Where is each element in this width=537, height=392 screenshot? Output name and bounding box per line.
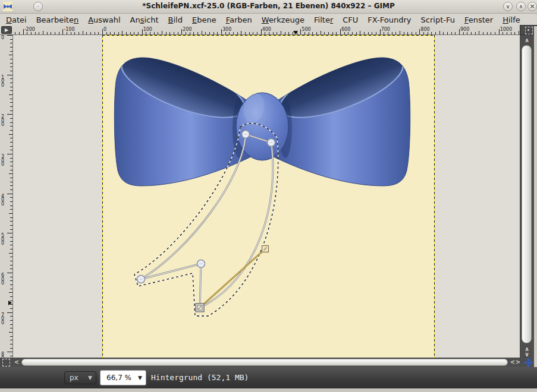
ruler-tick [487, 32, 488, 34]
minimize-button[interactable]: ∨ [503, 2, 513, 11]
menu-datei[interactable]: Datei [1, 14, 32, 26]
ruler-tick [10, 178, 12, 178]
menu-auswahl[interactable]: Auswahl [83, 14, 125, 26]
chevron-down-icon: ▼ [88, 372, 92, 384]
ruler-tick [10, 356, 12, 356]
ruler-tick [336, 32, 337, 34]
ruler-tick [273, 32, 274, 34]
status-message: Hintergrund (52,1 MB) [151, 367, 249, 388]
ruler-tick [71, 32, 71, 34]
menu-fx-foundry[interactable]: FX-Foundry [363, 14, 416, 26]
ruler-tick [416, 32, 416, 34]
ruler-tick [324, 32, 325, 34]
pointer-position-marker [8, 301, 12, 305]
ruler-tick [364, 32, 365, 34]
horizontal-ruler[interactable]: -200-10001002003004005006007008009001000 [13, 26, 520, 35]
ruler-tick [10, 99, 12, 99]
ruler-tick [10, 106, 12, 107]
titlebar[interactable]: · *SchleifePN.xcf-25.0 (RGB-Farben, 21 E… [0, 0, 537, 14]
ruler-tick [10, 166, 12, 166]
ruler-tick [10, 225, 12, 226]
menubar: DateiBearbeitenAuswahlAnsichtBildEbeneFa… [0, 14, 537, 26]
menu-ansicht[interactable]: Ansicht [125, 14, 164, 26]
menu-filter[interactable]: Filter [309, 14, 338, 26]
chevron-down-icon: ▼ [138, 371, 142, 385]
ruler-label: 1000 [500, 27, 512, 32]
dashed-square-icon [525, 27, 533, 34]
menu-bearbeiten[interactable]: Bearbeiten [32, 14, 83, 26]
ruler-tick [10, 185, 12, 186]
ruler-tick [10, 206, 12, 206]
ruler-tick [10, 268, 12, 269]
menu-arrow-button[interactable]: ▶ [1, 26, 12, 34]
ruler-tick [332, 32, 333, 34]
ruler-tick [503, 32, 503, 34]
ruler-tick [10, 340, 12, 340]
menu-ebene[interactable]: Ebene [187, 14, 221, 26]
ruler-tick [285, 32, 285, 34]
scroll-up-icon[interactable]: ∧ [523, 37, 530, 44]
ruler-tick [162, 31, 162, 34]
ruler-tick [471, 32, 472, 34]
scroll-left-icon[interactable]: < [13, 359, 20, 366]
vertical-ruler[interactable]: 01 0 02 0 03 0 04 0 05 0 06 0 07 0 08 0 … [0, 35, 13, 358]
move-cross-icon [524, 358, 533, 367]
ruler-tick [10, 261, 12, 261]
ruler-tick [10, 118, 12, 119]
canvas-viewport[interactable] [13, 35, 520, 358]
ruler-tick [10, 47, 12, 48]
ruler-tick [7, 233, 12, 233]
close-button[interactable]: × [527, 2, 537, 11]
ruler-label: 6 0 0 [1, 274, 4, 286]
ruler-tick [225, 32, 226, 34]
menu-farben[interactable]: Farben [221, 14, 257, 26]
ruler-tick [39, 32, 39, 34]
menu-hilfe[interactable]: Hilfe [498, 14, 525, 26]
ruler-tick [10, 158, 12, 159]
menu-cfu[interactable]: CFU [338, 14, 363, 26]
vertical-scrollbar[interactable]: ∧ ∧ ∨ [520, 35, 534, 358]
ruler-tick [7, 352, 12, 352]
ruler-tick [507, 32, 507, 34]
vertical-scrollbar-thumb[interactable] [522, 45, 532, 343]
ruler-tick [166, 32, 167, 34]
ruler-tick [10, 87, 12, 87]
zoom-dropdown[interactable]: 66,7 % ▼ [100, 370, 146, 385]
ruler-tick [217, 32, 218, 34]
ruler-tick [67, 32, 67, 34]
ruler-tick [511, 32, 511, 34]
horizontal-scrollbar[interactable]: < < > [0, 358, 520, 367]
gimp-window: · *SchleifePN.xcf-25.0 (RGB-Farben, 21 E… [0, 0, 537, 392]
menu-werkzeuge[interactable]: Werkzeuge [257, 14, 309, 26]
ruler-tick [181, 29, 182, 34]
ruler-tick [352, 32, 353, 34]
ruler-label: 5 0 0 [1, 234, 4, 246]
ruler-tick [142, 29, 143, 34]
ruler-tick [47, 32, 48, 34]
quickmask-toggle-button[interactable] [0, 358, 12, 367]
ruler-tick [404, 32, 404, 34]
ruler-tick [431, 32, 432, 34]
menu-script-fu[interactable]: Script-Fu [416, 14, 460, 26]
ruler-label: 1 0 0 [1, 76, 4, 88]
quickmask-icon [2, 359, 10, 366]
ruler-tick [31, 32, 32, 34]
unit-dropdown[interactable]: px ▼ [64, 371, 96, 384]
menu-bild[interactable]: Bild [164, 14, 187, 26]
ruler-label: 200 [183, 27, 191, 32]
menu-fenster[interactable]: Fenster [460, 14, 498, 26]
ruler-tick [150, 32, 150, 34]
ruler-tick [154, 32, 155, 34]
ruler-tick [10, 170, 12, 170]
ruler-tick [221, 29, 222, 34]
canvas-image[interactable] [13, 35, 520, 358]
ruler-label: 700 [381, 27, 390, 32]
ruler-tick [7, 114, 12, 115]
ruler-tick [197, 32, 198, 34]
ruler-tick [10, 63, 12, 64]
ruler-tick [138, 32, 139, 34]
maximize-button[interactable]: ∧ [516, 2, 526, 11]
ruler-tick [392, 32, 392, 34]
horizontal-scrollbar-thumb[interactable] [21, 359, 508, 366]
ruler-tick [372, 32, 372, 34]
